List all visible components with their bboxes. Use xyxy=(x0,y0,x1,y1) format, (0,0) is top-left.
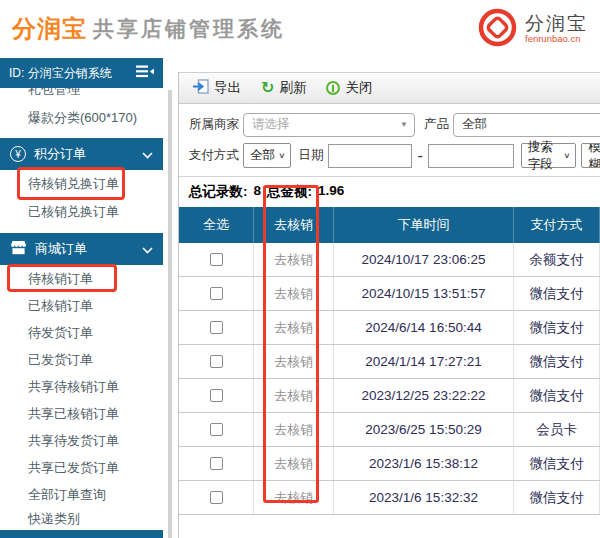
sidebar-id-label: ID: 分润宝分销系统 xyxy=(9,65,112,82)
payment-method-cell: 会员卡 xyxy=(514,413,600,446)
merchant-select[interactable]: 请选择 ▼ xyxy=(243,113,415,137)
order-time-cell: 2023/6/25 15:50:29 xyxy=(334,413,514,446)
sidebar-item-express-category[interactable]: 快递类别 xyxy=(0,508,163,530)
payment-method-cell: 微信支付 xyxy=(514,481,600,514)
date-range-dash: - xyxy=(417,147,422,165)
export-icon xyxy=(193,79,209,97)
table-header-row: 全选 去核销 下单时间 支付方式 xyxy=(179,207,600,243)
sidebar-section-label: 商城订单 xyxy=(35,240,87,258)
logo-domain: fenrunbao.cn xyxy=(525,34,588,44)
order-time-cell: 2023/12/25 23:22:22 xyxy=(334,379,514,412)
sidebar-item-verified-orders[interactable]: 已核销订单 xyxy=(0,292,163,319)
refresh-button[interactable]: ↻ 刷新 xyxy=(261,79,306,97)
sidebar-item-shared-shipped[interactable]: 共享已发货订单 xyxy=(0,454,163,481)
verify-action-link[interactable]: 去核销 xyxy=(274,353,313,371)
date-to-input[interactable] xyxy=(428,144,514,168)
sidebar-item-redeemed-orders[interactable]: 已核销兑换订单 xyxy=(0,198,163,226)
chevron-down-icon xyxy=(142,147,153,162)
table-row: 去核销 2024/1/14 17:27:21 微信支付 xyxy=(179,345,600,379)
row-checkbox[interactable] xyxy=(210,389,223,402)
row-checkbox[interactable] xyxy=(210,287,223,300)
payment-method-select[interactable]: 全部 ∨ xyxy=(243,143,291,168)
row-checkbox[interactable] xyxy=(210,457,223,470)
sidebar-item-label: 共享待发货订单 xyxy=(28,432,119,450)
table-row: 去核销 2024/10/17 23:06:25 余额支付 xyxy=(179,243,600,277)
filter-row-1: 所属商家 请选择 ▼ 产品 全部 xyxy=(189,110,600,139)
verify-action-link[interactable]: 去核销 xyxy=(274,455,313,473)
order-time-cell: 2024/6/14 16:50:44 xyxy=(334,311,514,344)
filter-area: 所属商家 请选择 ▼ 产品 全部 支付方式 全部 ∨ 日期 - 搜索字段 ∨ xyxy=(179,104,600,170)
search-field-select[interactable]: 搜索字段 ∨ xyxy=(521,143,577,168)
sidebar-item-pending-ship-orders[interactable]: 待发货订单 xyxy=(0,319,163,346)
verify-action-link[interactable]: 去核销 xyxy=(274,251,313,269)
sidebar-item-all-orders-query[interactable]: 全部订单查询 xyxy=(0,481,163,508)
verify-action-link[interactable]: 去核销 xyxy=(274,285,313,303)
store-icon xyxy=(10,240,27,258)
payment-method-cell: 微信支付 xyxy=(514,345,600,378)
company-logo: 分润宝 fenrunbao.cn xyxy=(477,7,588,52)
sidebar-item-pending-verify-orders[interactable]: 待核销订单 xyxy=(0,265,163,292)
records-count: 8 xyxy=(254,183,262,201)
amount-value: 1.96 xyxy=(318,183,344,201)
refresh-label: 刷新 xyxy=(279,79,306,97)
sidebar-section-label: 积分订单 xyxy=(34,145,86,163)
sidebar-item-shared-pending-verify[interactable]: 共享待核销订单 xyxy=(0,373,163,400)
sidebar-item-label: 共享待核销订单 xyxy=(28,378,119,396)
select-arrow-icon: ∨ xyxy=(563,151,570,160)
product-value: 全部 xyxy=(462,116,487,133)
payment-method-cell: 余额支付 xyxy=(514,243,600,276)
sidebar-section-mall-orders[interactable]: 商城订单 xyxy=(0,233,163,265)
table-row: 去核销 2023/1/6 15:32:32 微信支付 xyxy=(179,481,600,515)
verify-action-link[interactable]: 去核销 xyxy=(274,489,313,507)
sidebar-item-pending-redeem-orders[interactable]: 待核销兑换订单 xyxy=(0,170,163,198)
dropdown-arrow-icon: ▼ xyxy=(400,120,408,129)
sidebar-item-hot-category[interactable]: 爆款分类(600*170) xyxy=(0,104,163,132)
payment-method-cell: 微信支付 xyxy=(514,277,600,310)
sidebar-id-header: ID: 分润宝分销系统 xyxy=(0,58,163,88)
sidebar-item-shared-pending-ship[interactable]: 共享待发货订单 xyxy=(0,427,163,454)
merchant-placeholder: 请选择 xyxy=(252,116,290,133)
sidebar-item-label: 共享已发货订单 xyxy=(28,459,119,477)
date-label: 日期 xyxy=(298,147,323,164)
table-row: 去核销 2024/10/15 13:51:57 微信支付 xyxy=(179,277,600,311)
payment-method-cell: 微信支付 xyxy=(514,447,600,480)
row-checkbox[interactable] xyxy=(210,253,223,266)
payment-method-cell: 微信支付 xyxy=(514,311,600,344)
match-mode-select[interactable]: 模糊 xyxy=(581,143,600,168)
sidebar-menu: 礼包管理 爆款分类(600*170) ¥ 积分订单 待核销兑换订单 已核销兑换订… xyxy=(0,76,163,538)
brand-text: 分润宝 xyxy=(12,13,87,45)
row-checkbox[interactable] xyxy=(210,423,223,436)
toolbar: 导出 ↻ 刷新 关闭 xyxy=(179,73,600,104)
table-row: 去核销 2023/12/25 23:22:22 微信支付 xyxy=(179,379,600,413)
verify-action-link[interactable]: 去核销 xyxy=(274,387,313,405)
order-time-cell: 2024/10/15 13:51:57 xyxy=(334,277,514,310)
chevron-down-icon xyxy=(142,242,153,257)
verify-action-link[interactable]: 去核销 xyxy=(274,421,313,439)
amount-label: 总金额: xyxy=(267,183,312,201)
sidebar-scrollbar[interactable] xyxy=(168,90,172,538)
order-time-cell: 2024/1/14 17:27:21 xyxy=(334,345,514,378)
close-label: 关闭 xyxy=(345,79,372,97)
row-checkbox[interactable] xyxy=(210,491,223,504)
sidebar-item-shared-verified[interactable]: 共享已核销订单 xyxy=(0,400,163,427)
row-checkbox[interactable] xyxy=(210,355,223,368)
sidebar-item-label: 待发货订单 xyxy=(28,324,93,342)
close-icon xyxy=(326,81,340,95)
payment-method-cell: 微信支付 xyxy=(514,379,600,412)
sidebar-item-label: 已发货订单 xyxy=(28,351,93,369)
verify-action-link[interactable]: 去核销 xyxy=(274,319,313,337)
sidebar-section-points-orders[interactable]: ¥ 积分订单 xyxy=(0,138,163,170)
sidebar-item-label: 待核销兑换订单 xyxy=(28,175,119,193)
row-checkbox[interactable] xyxy=(210,321,223,334)
collapse-menu-icon[interactable] xyxy=(136,65,154,81)
close-button[interactable]: 关闭 xyxy=(326,79,372,97)
product-select[interactable]: 全部 xyxy=(453,113,600,137)
sidebar-section-clipped[interactable] xyxy=(0,530,163,538)
export-button[interactable]: 导出 xyxy=(193,79,241,97)
column-header-select-all[interactable]: 全选 xyxy=(179,207,254,243)
sidebar-item-shipped-orders[interactable]: 已发货订单 xyxy=(0,346,163,373)
date-from-input[interactable] xyxy=(328,144,412,168)
table-row: 去核销 2024/6/14 16:50:44 微信支付 xyxy=(179,311,600,345)
export-label: 导出 xyxy=(214,79,241,97)
sidebar-item-label: 共享已核销订单 xyxy=(28,405,119,423)
